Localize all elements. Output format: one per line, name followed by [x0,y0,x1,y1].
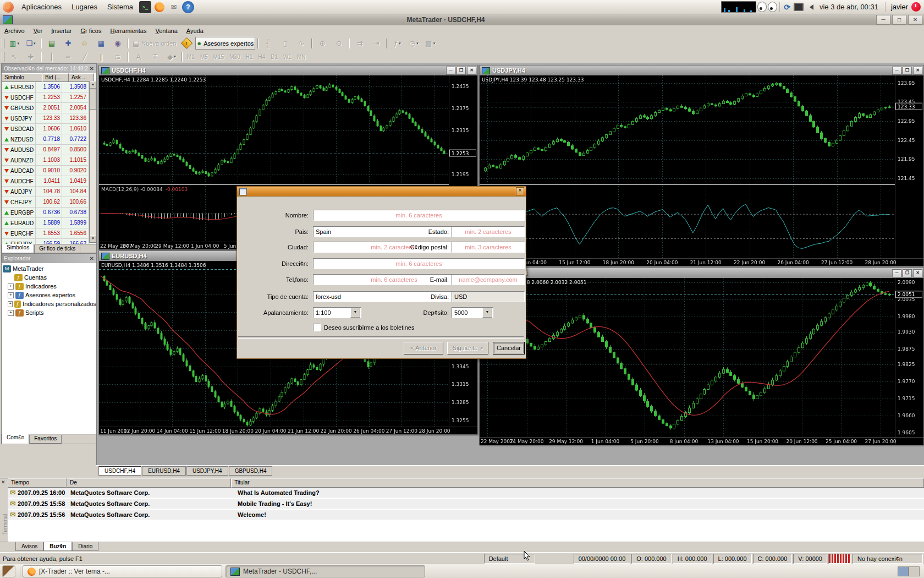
chart-tab-usdjpy-h4[interactable]: USDJPY,H4 [186,466,228,476]
period-m5-button[interactable]: M5 [197,53,211,61]
mail-row[interactable]: ✉2007.09.25 16:00MetaQuotes Software Cor… [8,488,924,499]
power-button-icon[interactable] [911,2,921,12]
restore-button[interactable]: ❐ [457,67,466,75]
column-header[interactable]: Bid (... [42,73,69,82]
close-button[interactable]: ✕ [908,15,922,25]
period-d1-button[interactable]: D1 [268,53,280,61]
market-watch-header[interactable]: Observaci¢n del mercado: 14:48:2 ✕ [2,64,96,73]
menu-aplicaciones[interactable]: Aplicaciones [16,0,67,14]
terminal-close-icon[interactable]: ✕ [1,479,6,485]
terminal-launcher-icon[interactable]: >_ [139,1,151,13]
expand-icon[interactable]: + [8,310,14,316]
taskbar-window-firefox[interactable]: [X-Trader :: Ver tema -... [23,565,222,577]
tab-favoritos[interactable]: Favoritos [29,435,62,444]
close-button[interactable]: ✕ [467,67,476,75]
tab-gr-fico-de-ticks[interactable]: Gr fico de ticks [34,245,80,253]
minimize-button[interactable]: ─ [876,15,890,25]
menu-archivo[interactable]: Archivo [0,26,29,35]
market-watch-row-gbpusd[interactable]: GBPUSD2.00512.0054 [2,103,96,113]
newsletter-checkbox[interactable] [313,324,321,331]
tree-item-indicadores[interactable]: +ƒIndicadores [3,282,96,291]
show-desktop-icon[interactable] [2,565,15,577]
market-watch-scrollbar[interactable]: ▲ ▼ [89,81,96,243]
market-watch-row-eurgbp[interactable]: EURGBP0.67360.6738 [2,208,96,218]
menu-lugares[interactable]: Lugares [67,0,102,14]
chart-window-titlebar[interactable]: GBPUSD,H4─❐✕ [480,268,923,278]
market-watch-row-usdcad[interactable]: USDCAD1.06061.0610 [2,124,96,134]
input-codigo-postal[interactable] [452,242,525,253]
user-switcher[interactable]: javier [891,3,908,11]
usdjpy-chart-canvas[interactable] [480,75,923,266]
restore-button[interactable]: ❐ [903,269,912,277]
line-chart-mode-icon[interactable]: ∿ [294,37,309,50]
minimize-button[interactable]: ─ [892,269,901,277]
indicators-icon[interactable]: ƒ▾ [389,37,405,50]
fibonacci-tool-icon[interactable]: ≋ [110,51,125,63]
periods-icon[interactable]: ◷▾ [406,37,421,50]
expand-icon[interactable]: + [8,292,14,298]
expand-icon[interactable]: + [8,301,13,307]
update-notifier-icon[interactable]: ⟳ [784,3,790,12]
period-h1-button[interactable]: H1 [243,53,256,61]
gbpusd-chart-canvas[interactable] [480,278,923,445]
period-m1-button[interactable]: M1 [184,53,197,61]
market-watch-row-chfjpy[interactable]: CHFJPY100.62100.66 [2,197,96,208]
navigator-header[interactable]: Explorador ✕ [2,254,96,263]
navigator-icon[interactable]: ✩ [77,37,92,50]
text-tool-icon[interactable]: A [131,51,146,63]
chart-shift-icon[interactable]: ⇥ [369,37,384,50]
vline-tool-icon[interactable]: ┃ [44,51,59,63]
navigator-close-icon[interactable]: ✕ [90,255,94,261]
taskbar-window-metatrader[interactable]: MetaTrader - USDCHF,... [226,565,425,577]
menu-sistema[interactable]: Sistema [102,0,138,14]
terminal-column-header[interactable]: Titular [231,478,924,488]
terminal-tab-avisos[interactable]: Avisos [15,542,43,551]
menu-insertar[interactable]: Insertar [47,26,76,35]
market-watch-row-eurusd[interactable]: EURUSD1.35061.3508 [2,82,96,92]
market-watch-icon[interactable]: ▤ [44,37,59,50]
market-watch-row-audnzd[interactable]: AUDNZD1.10031.1015 [2,155,96,166]
trendline-tool-icon[interactable]: ╱ [77,51,92,63]
firefox-launcher-icon[interactable] [153,1,166,13]
terminal-column-header[interactable]: De [67,478,231,488]
data-window-icon[interactable]: ✚ [61,37,76,50]
period-mn-button[interactable]: MN [294,53,309,61]
channel-tool-icon[interactable]: ∥ [94,51,109,63]
chart-window-usdjpy[interactable]: USDJPY,H4─❐✕ [479,65,924,266]
dialog-titlebar[interactable]: ✕ [237,187,526,197]
input-direccion[interactable] [313,258,525,269]
workspace-switcher[interactable] [898,566,920,576]
menu-ver[interactable]: Ver [29,26,47,35]
terminal-tab-buz-n[interactable]: Buz¢n [43,542,72,551]
period-m30-button[interactable]: M30 [227,53,243,61]
cancelar-button[interactable]: Cancelar [493,342,525,355]
input-ciudad[interactable] [313,242,475,253]
market-watch-row-usdjpy[interactable]: USDJPY123.33123.36 [2,113,96,124]
new-order-icon[interactable]: ▤Nueva orden [131,37,178,50]
input-nombre[interactable] [313,210,525,221]
auto-scroll-icon[interactable]: ⇉ [352,37,367,50]
clock[interactable]: vie 3 de abr, 00:31 [820,3,878,11]
chart-tab-usdchf-h4[interactable]: USDCHF,H4 [98,466,141,476]
market-watch-row-audjpy[interactable]: AUDJPY104.78104.84 [2,187,96,197]
market-watch-row-nzdusd[interactable]: NZDUSD0.77180.7722 [2,134,96,145]
siguiente-button[interactable]: Siguiente > [447,342,488,355]
tab-com-n[interactable]: Com£n [2,434,29,444]
market-watch-row-audusd[interactable]: AUDUSD0.84970.8500 [2,145,96,155]
tab-simbolos[interactable]: Simbolos [2,244,34,253]
mail-row[interactable]: ✉2007.09.25 15:56MetaQuotes Software Cor… [8,510,924,521]
menu-ayuda[interactable]: Ayuda [182,26,208,35]
anterior-button[interactable]: < Anterior [404,342,443,355]
expert-advisors-icon[interactable]: ●Asesores expertos [195,37,255,50]
market-watch-row-eurchf[interactable]: EURCHF1.65531.6556 [2,228,96,239]
system-monitor-applet[interactable] [721,1,756,13]
chart-tab-gbpusd-h4[interactable]: GBPUSD,H4 [229,466,273,476]
terminal-tab-diario[interactable]: Diario [72,542,98,551]
tree-item-indicadores-personalizados[interactable]: +ƒIndicadores personalizados [3,299,96,308]
menu-herramientas[interactable]: Herramientas [106,26,151,35]
chevron-down-icon[interactable]: ▼ [350,308,360,318]
minimize-button[interactable]: ─ [892,67,901,75]
market-watch-row-euraud[interactable]: EURAUD1.58891.5899 [2,218,96,228]
hline-tool-icon[interactable]: ━ [61,51,76,63]
input-email[interactable] [452,274,525,285]
